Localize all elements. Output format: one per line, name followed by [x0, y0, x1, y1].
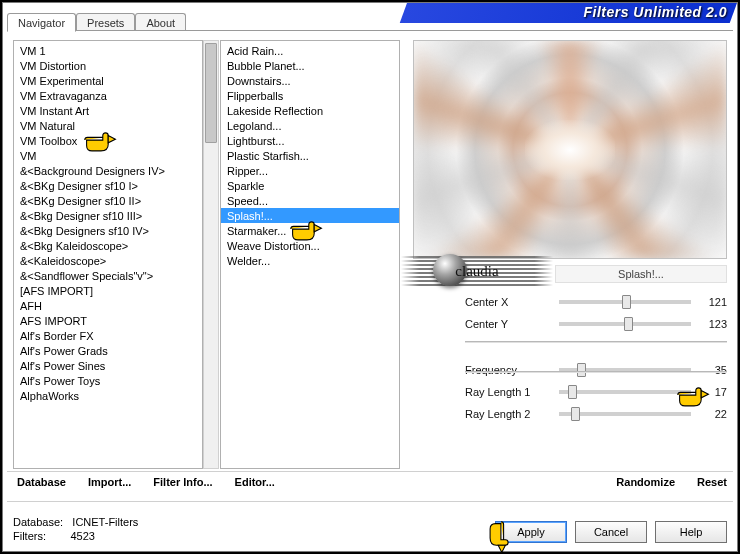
slider-thumb[interactable]: [568, 385, 577, 399]
param-row: Frequency35: [465, 359, 727, 381]
apply-button[interactable]: Apply: [495, 521, 567, 543]
param-value: 22: [695, 408, 727, 420]
category-item[interactable]: &<BKg Designer sf10 II>: [14, 193, 202, 208]
database-button[interactable]: Database: [17, 476, 66, 488]
param-gap: [465, 335, 727, 359]
cancel-button[interactable]: Cancel: [575, 521, 647, 543]
filter-item[interactable]: Legoland...: [221, 118, 399, 133]
category-item[interactable]: VM Experimental: [14, 73, 202, 88]
filter-item[interactable]: Lakeside Reflection: [221, 103, 399, 118]
category-item[interactable]: &<Background Designers IV>: [14, 163, 202, 178]
slider-thumb[interactable]: [571, 407, 580, 421]
status-database-value: ICNET-Filters: [72, 516, 138, 528]
status-filters-label: Filters:: [13, 530, 46, 542]
current-filter-name-text: Splash!...: [618, 268, 664, 280]
status-database-label: Database:: [13, 516, 63, 528]
category-item[interactable]: Alf's Power Grads: [14, 343, 202, 358]
param-slider[interactable]: [559, 322, 691, 326]
category-item[interactable]: &<Sandflower Specials"v">: [14, 268, 202, 283]
category-item[interactable]: &<Bkg Kaleidoscope>: [14, 238, 202, 253]
category-item[interactable]: VM Instant Art: [14, 103, 202, 118]
param-row: Center X121: [465, 291, 727, 313]
filter-item[interactable]: Downstairs...: [221, 73, 399, 88]
preview-panel: [413, 40, 727, 259]
param-row: Ray Length 117: [465, 381, 727, 403]
category-item[interactable]: Alf's Border FX: [14, 328, 202, 343]
category-item[interactable]: VM Extravaganza: [14, 88, 202, 103]
category-item[interactable]: VM Natural: [14, 118, 202, 133]
help-button[interactable]: Help: [655, 521, 727, 543]
category-item[interactable]: AFH: [14, 298, 202, 313]
filter-item[interactable]: Acid Rain...: [221, 43, 399, 58]
window-frame: Filters Unlimited 2.0 Navigator Presets …: [2, 2, 738, 552]
filter-item[interactable]: Sparkle: [221, 178, 399, 193]
filter-info-button[interactable]: Filter Info...: [153, 476, 212, 488]
param-label: Frequency: [465, 364, 555, 376]
category-item[interactable]: &<Bkg Designer sf10 III>: [14, 208, 202, 223]
app-title: Filters Unlimited 2.0: [583, 4, 727, 20]
button-label: Help: [680, 526, 703, 538]
reset-button[interactable]: Reset: [697, 476, 727, 488]
param-label: Ray Length 1: [465, 386, 555, 398]
filter-item[interactable]: Lightburst...: [221, 133, 399, 148]
tab-about[interactable]: About: [135, 13, 186, 31]
param-slider[interactable]: [559, 300, 691, 304]
param-slider[interactable]: [559, 412, 691, 416]
slider-thumb[interactable]: [577, 363, 586, 377]
category-item[interactable]: Alf's Power Sines: [14, 358, 202, 373]
filter-item[interactable]: Ripper...: [221, 163, 399, 178]
slider-thumb[interactable]: [622, 295, 631, 309]
button-label: Apply: [517, 526, 545, 538]
param-value: 121: [695, 296, 727, 308]
separator: [7, 471, 733, 473]
tab-label: Presets: [87, 17, 124, 29]
import-button[interactable]: Import...: [88, 476, 131, 488]
tab-label: Navigator: [18, 17, 65, 29]
category-scrollbar[interactable]: [203, 40, 219, 469]
category-item[interactable]: VM 1: [14, 43, 202, 58]
watermark-lines: [401, 256, 553, 286]
category-item[interactable]: AFS IMPORT: [14, 313, 202, 328]
toolbar: Database Import... Filter Info... Editor…: [17, 471, 727, 493]
param-row: Ray Length 222: [465, 403, 727, 425]
filter-item[interactable]: Weave Distortion...: [221, 238, 399, 253]
category-item[interactable]: VM Distortion: [14, 58, 202, 73]
tabs: Navigator Presets About: [7, 11, 186, 31]
filter-item[interactable]: Flipperballs: [221, 88, 399, 103]
category-item[interactable]: &<Bkg Designers sf10 IV>: [14, 223, 202, 238]
category-item[interactable]: &<BKg Designer sf10 I>: [14, 178, 202, 193]
filter-list[interactable]: Acid Rain...Bubble Planet...Downstairs..…: [220, 40, 400, 469]
tab-presets[interactable]: Presets: [76, 13, 135, 31]
tab-navigator[interactable]: Navigator: [7, 13, 76, 32]
tab-underline: [7, 30, 733, 31]
scrollbar-thumb[interactable]: [205, 43, 217, 143]
status-bar: Database: ICNET-Filters Filters: 4523: [13, 515, 138, 543]
button-label: Cancel: [594, 526, 628, 538]
separator: [7, 501, 733, 503]
filter-item[interactable]: Speed...: [221, 193, 399, 208]
category-item[interactable]: &<Kaleidoscope>: [14, 253, 202, 268]
dialog-buttons: Apply Cancel Help: [495, 521, 727, 543]
param-value: 123: [695, 318, 727, 330]
filter-item[interactable]: Bubble Planet...: [221, 58, 399, 73]
category-list[interactable]: VM 1VM DistortionVM ExperimentalVM Extra…: [13, 40, 203, 469]
param-slider[interactable]: [559, 390, 691, 394]
filter-item[interactable]: Welder...: [221, 253, 399, 268]
category-item[interactable]: VM: [14, 148, 202, 163]
category-item[interactable]: VM Toolbox: [14, 133, 202, 148]
randomize-button[interactable]: Randomize: [616, 476, 675, 488]
category-item[interactable]: [AFS IMPORT]: [14, 283, 202, 298]
filter-item[interactable]: Splash!...: [221, 208, 399, 223]
category-item[interactable]: AlphaWorks: [14, 388, 202, 403]
param-label: Center X: [465, 296, 555, 308]
filter-item[interactable]: Plastic Starfish...: [221, 148, 399, 163]
editor-button[interactable]: Editor...: [235, 476, 275, 488]
filter-item[interactable]: Starmaker...: [221, 223, 399, 238]
param-separator: [465, 341, 727, 343]
param-label: Ray Length 2: [465, 408, 555, 420]
param-separator: [465, 371, 727, 373]
category-item[interactable]: Alf's Power Toys: [14, 373, 202, 388]
param-row: Center Y123: [465, 313, 727, 335]
parameters-panel: Center X121Center Y123Frequency35Ray Len…: [465, 291, 727, 469]
slider-thumb[interactable]: [624, 317, 633, 331]
